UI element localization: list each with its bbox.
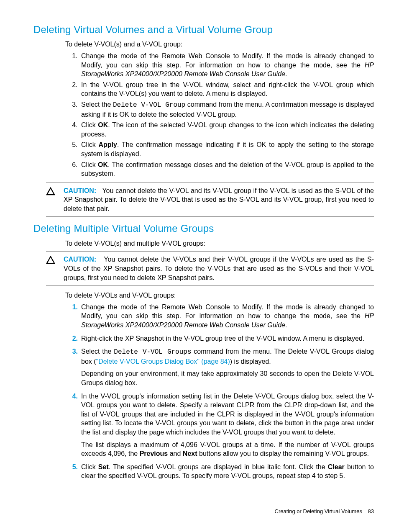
list-item: Select the Delete V-VOL Groups command f…	[79, 347, 374, 387]
section2-heading: Deleting Multiple Virtual Volume Groups	[33, 222, 374, 235]
caution-text: You cannot delete the V-VOL and its V-VO…	[64, 187, 374, 212]
step-text: Click	[81, 463, 98, 470]
step-text: Click	[81, 161, 98, 168]
step-subpara: The list displays a maximum of 4,096 V-V…	[81, 440, 374, 458]
section1-steps: Change the mode of the Remote Web Consol…	[65, 51, 374, 178]
list-item: Change the mode of the Remote Web Consol…	[79, 51, 374, 79]
step-text: and	[168, 450, 183, 457]
step-text: .	[285, 321, 287, 329]
ui-label: Previous	[140, 450, 168, 457]
list-item: Click Set. The specified V-VOL groups ar…	[79, 463, 374, 481]
caution-label: CAUTION:	[64, 187, 96, 194]
page-footer: Creating or Deleting Virtual Volumes 83	[275, 508, 374, 515]
section2-steps: Change the mode of the Remote Web Consol…	[65, 303, 374, 481]
step-subpara: Depending on your environment, it may ta…	[81, 369, 374, 387]
step-text: Click	[81, 141, 98, 148]
list-item: In the V-VOL group's information setting…	[79, 392, 374, 458]
step-text: Select the	[81, 101, 113, 108]
list-item: Change the mode of the Remote Web Consol…	[79, 303, 374, 330]
caution-icon	[46, 186, 57, 198]
list-item: Click Apply. The confirmation message in…	[79, 140, 374, 158]
step-text: . The icon of the selected V-VOL group c…	[81, 121, 374, 138]
footer-title: Creating or Deleting Virtual Volumes	[275, 508, 362, 514]
step-text: . The confirmation message indicating if…	[81, 141, 374, 157]
command-text: Delete V-VOL Group	[113, 101, 185, 109]
command-text: Delete V-VOL Groups	[114, 348, 191, 356]
ui-label: Clear	[328, 463, 345, 470]
section1-heading: Deleting Virtual Volumes and a Virtual V…	[33, 23, 374, 36]
step-text: Change the mode of the Remote Web Consol…	[81, 303, 374, 320]
step-text: buttons allow you to display the remaini…	[197, 450, 369, 457]
ui-label: Set	[98, 463, 109, 470]
step-text: ) is displayed.	[230, 358, 271, 365]
list-item: In the V-VOL group tree in the V-VOL win…	[79, 80, 374, 98]
ui-label: Apply	[98, 141, 117, 148]
caution-icon	[46, 255, 57, 267]
step-text: . The confirmation message closes and th…	[81, 161, 374, 177]
list-item: Select the Delete V-VOL Group command fr…	[79, 100, 374, 119]
caution-body: CAUTION: You cannot delete the V-VOLs an…	[64, 255, 374, 282]
ui-label: Next	[183, 450, 197, 457]
section2-intro2: To delete V-VOLs and V-VOL groups:	[65, 291, 374, 300]
step-text: . The specified V-VOL groups are display…	[109, 463, 328, 470]
section1-intro: To delete V-VOL(s) and a V-VOL group:	[65, 40, 374, 49]
caution-label: CAUTION:	[64, 256, 96, 263]
ui-label: OK	[98, 161, 108, 168]
list-item: Click OK. The confirmation message close…	[79, 160, 374, 178]
cross-ref-link[interactable]: "Delete V-VOL Groups Dialog Box" (page 8…	[96, 358, 230, 365]
caution-box: CAUTION: You cannot delete the V-VOL and…	[46, 182, 374, 217]
caution-box: CAUTION: You cannot delete the V-VOLs an…	[46, 251, 374, 286]
caution-text: You cannot delete the V-VOLs and their V…	[64, 256, 374, 281]
caution-body: CAUTION: You cannot delete the V-VOL and…	[64, 186, 374, 213]
page-number: 83	[368, 508, 374, 514]
section2-intro: To delete V-VOL(s) and multiple V-VOL gr…	[65, 239, 374, 248]
list-item: Right-click the XP Snapshot in the V-VOL…	[79, 334, 374, 343]
step-text: In the V-VOL group's information setting…	[81, 393, 374, 436]
list-item: Click OK. The icon of the selected V-VOL…	[79, 121, 374, 139]
step-text: Click	[81, 121, 98, 129]
step-text: .	[285, 70, 287, 77]
step-text: Select the	[81, 348, 114, 355]
step-text: Change the mode of the Remote Web Consol…	[81, 52, 374, 69]
ui-label: OK	[98, 121, 108, 129]
